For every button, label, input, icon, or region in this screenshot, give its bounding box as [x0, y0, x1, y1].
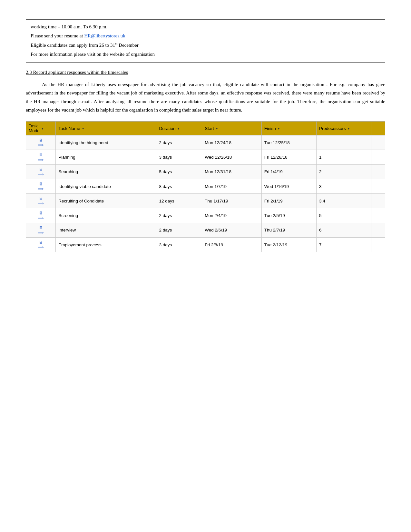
predecessors-cell: 3,4	[317, 194, 371, 208]
col-task-name-label: Task Name	[58, 126, 80, 131]
col-predecessors-label: Predecessors	[319, 126, 346, 131]
extra-cell	[371, 194, 385, 208]
start-cell: Mon 12/31/18	[202, 164, 261, 179]
extra-cell	[371, 135, 385, 150]
col-predecessors-dropdown[interactable]: ▼	[347, 127, 350, 130]
extra-cell	[371, 223, 385, 237]
task-mode-icon: 🖥 ⟹	[29, 182, 53, 191]
duration-cell: 12 days	[156, 194, 202, 208]
finish-cell: Fri 1/4/19	[261, 164, 316, 179]
predecessors-cell: 6	[317, 223, 371, 237]
working-time-bold: working time – 10.00 a.m. To 6.30 p.m.	[31, 24, 107, 29]
table-row: 🖥 ⟹ Searching5 daysMon 12/31/18Fri 1/4/1…	[26, 164, 385, 179]
table-header-row: TaskMode ▼ Task Name ▼ Duration ▼ Start	[26, 122, 385, 135]
predecessors-cell: 1	[317, 150, 371, 164]
col-duration-dropdown[interactable]: ▼	[177, 127, 180, 130]
task-mode-icon: 🖥 ⟹	[29, 211, 53, 220]
predecessors-cell	[317, 135, 371, 150]
info-box: working time – 10.00 a.m. To 6.30 p.m. P…	[26, 19, 385, 63]
table-row: 🖥 ⟹ Identifying viable candidate8 daysMo…	[26, 179, 385, 193]
col-header-task-mode[interactable]: TaskMode ▼	[26, 122, 56, 135]
col-header-duration[interactable]: Duration ▼	[156, 122, 202, 135]
col-header-start[interactable]: Start ▼	[202, 122, 261, 135]
task-mode-cell: 🖥 ⟹	[26, 238, 56, 252]
col-header-extra	[371, 122, 385, 135]
finish-cell: Wed 1/16/19	[261, 179, 316, 193]
email-link[interactable]: HR@libertystores.uk	[84, 33, 125, 38]
predecessors-cell: 3	[317, 179, 371, 193]
task-name-cell: Identifying the hiring need	[56, 135, 156, 150]
table-row: 🖥 ⟹ Screening2 daysMon 2/4/19Tue 2/5/195	[26, 208, 385, 223]
start-cell: Mon 12/24/18	[202, 135, 261, 150]
finish-cell: Tue 2/12/19	[261, 238, 316, 252]
finish-cell: Fri 2/1/19	[261, 194, 316, 208]
start-cell: Fri 2/8/19	[202, 238, 261, 252]
task-mode-cell: 🖥 ⟹	[26, 208, 56, 223]
table-row: 🖥 ⟹ Recruiting of Condidate12 daysThu 1/…	[26, 194, 385, 208]
task-mode-cell: 🖥 ⟹	[26, 150, 56, 164]
task-mode-icon: 🖥 ⟹	[29, 226, 53, 235]
task-name-cell: Identifying viable candidate	[56, 179, 156, 193]
col-start-dropdown[interactable]: ▼	[215, 127, 219, 130]
apply-text-pre: Eligible candidates can apply from 26 to…	[31, 43, 115, 48]
extra-cell	[371, 208, 385, 223]
task-name-cell: Searching	[56, 164, 156, 179]
table-row: 🖥 ⟹ Interview2 daysWed 2/6/19Thu 2/7/196	[26, 223, 385, 237]
section-heading: 2.3 Record applicant responses within th…	[26, 70, 385, 75]
duration-cell: 2 days	[156, 135, 202, 150]
task-mode-cell: 🖥 ⟹	[26, 164, 56, 179]
email-pre: Please send your resume at	[31, 33, 84, 38]
col-start-label: Start	[205, 126, 214, 131]
task-name-cell: Employement process	[56, 238, 156, 252]
body-text: As the HR manager of Liberty uses newspa…	[26, 80, 385, 114]
predecessors-cell: 5	[317, 208, 371, 223]
predecessors-cell: 2	[317, 164, 371, 179]
col-header-finish[interactable]: Finish ▼	[261, 122, 316, 135]
extra-cell	[371, 150, 385, 164]
task-mode-icon: 🖥 ⟹	[29, 167, 53, 176]
col-header-task-name[interactable]: Task Name ▼	[56, 122, 156, 135]
finish-cell: Tue 12/25/18	[261, 135, 316, 150]
task-name-cell: Planning	[56, 150, 156, 164]
task-mode-cell: 🖥 ⟹	[26, 194, 56, 208]
duration-cell: 8 days	[156, 179, 202, 193]
duration-cell: 5 days	[156, 164, 202, 179]
apply-text-post: December	[117, 43, 138, 48]
col-task-mode-dropdown[interactable]: ▼	[41, 127, 44, 130]
duration-cell: 3 days	[156, 150, 202, 164]
table-row: 🖥 ⟹ Employement process3 daysFri 2/8/19T…	[26, 238, 385, 252]
col-task-name-dropdown[interactable]: ▼	[82, 127, 85, 130]
task-name-cell: Screening	[56, 208, 156, 223]
start-cell: Thu 1/17/19	[202, 194, 261, 208]
start-cell: Wed 12/26/18	[202, 150, 261, 164]
task-mode-cell: 🖥 ⟹	[26, 135, 56, 150]
predecessors-cell: 7	[317, 238, 371, 252]
task-mode-cell: 🖥 ⟹	[26, 223, 56, 237]
start-cell: Mon 1/7/19	[202, 179, 261, 193]
task-mode-icon: 🖥 ⟹	[29, 196, 53, 205]
finish-cell: Tue 2/5/19	[261, 208, 316, 223]
col-finish-label: Finish	[264, 126, 276, 131]
start-cell: Wed 2/6/19	[202, 223, 261, 237]
col-finish-dropdown[interactable]: ▼	[277, 127, 280, 130]
duration-cell: 2 days	[156, 223, 202, 237]
task-name-cell: Interview	[56, 223, 156, 237]
task-table: TaskMode ▼ Task Name ▼ Duration ▼ Start	[26, 121, 385, 252]
task-name-cell: Recruiting of Condidate	[56, 194, 156, 208]
col-task-mode-label: TaskMode	[29, 123, 40, 133]
apply-line: Eligible candidates can apply from 26 to…	[31, 41, 380, 50]
col-header-predecessors[interactable]: Predecessors ▼	[317, 122, 371, 135]
finish-cell: Fri 12/28/18	[261, 150, 316, 164]
email-line: Please send your resume at HR@libertysto…	[31, 32, 380, 40]
extra-cell	[371, 164, 385, 179]
task-mode-icon: 🖥 ⟹	[29, 153, 53, 162]
duration-cell: 3 days	[156, 238, 202, 252]
working-time-line: working time – 10.00 a.m. To 6.30 p.m.	[31, 23, 380, 31]
col-duration-label: Duration	[159, 126, 175, 131]
extra-cell	[371, 238, 385, 252]
task-mode-cell: 🖥 ⟹	[26, 179, 56, 193]
table-row: 🖥 ⟹ Planning3 daysWed 12/26/18Fri 12/28/…	[26, 150, 385, 164]
task-mode-icon: 🖥 ⟹	[29, 138, 53, 147]
start-cell: Mon 2/4/19	[202, 208, 261, 223]
task-mode-icon: 🖥 ⟹	[29, 240, 53, 249]
